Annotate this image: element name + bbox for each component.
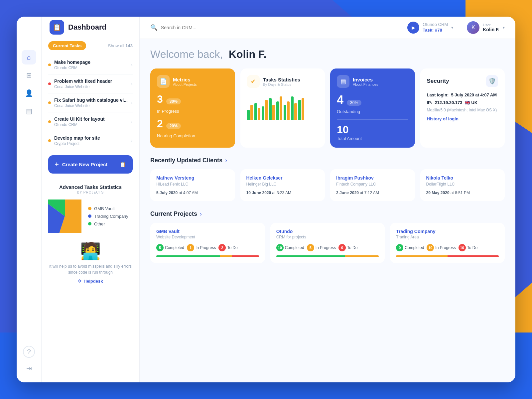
legend-dot-trading bbox=[88, 214, 91, 218]
send-icon: ✈ bbox=[78, 279, 82, 284]
task-chevron-icon: › bbox=[131, 119, 133, 125]
tasks-stats-card: ✔ Tasks Statistics By Days & Status bbox=[240, 68, 325, 148]
metrics-card: 📄 Metrics About Projects 3 30% In Progre… bbox=[150, 68, 235, 148]
legend-dot-gmb bbox=[88, 207, 91, 210]
bar-chart bbox=[247, 93, 319, 120]
header: 🔍 ▶ Otundo CRM Task: #78 ▾ K User bbox=[140, 17, 515, 39]
task-chevron-icon: › bbox=[131, 81, 133, 87]
project-card: Trading Company Trading Area 0 Completed… bbox=[390, 223, 505, 263]
task-dot bbox=[48, 64, 51, 66]
pie-chart bbox=[48, 200, 81, 233]
project-card: GMB Vault Website Development 5 Complete… bbox=[150, 223, 265, 263]
nav-help-icon[interactable]: ? bbox=[23, 346, 35, 358]
tasks-header: Current Tasks Show all 143 bbox=[48, 41, 133, 50]
projects-section-header: Current Projects › bbox=[150, 210, 505, 217]
avatar: K bbox=[467, 21, 479, 34]
progress-bar bbox=[396, 255, 499, 257]
show-all-text[interactable]: Show all 143 bbox=[108, 43, 133, 48]
create-project-button[interactable]: + Create New Project 📋 bbox=[48, 155, 133, 174]
clients-section-header: Recently Updated Clients › bbox=[150, 157, 505, 164]
search-input[interactable] bbox=[161, 25, 283, 30]
chart-legend: GMB Vault Trading Company Other bbox=[88, 206, 128, 226]
clients-section-arrow[interactable]: › bbox=[225, 157, 227, 164]
sidebar-logo: 📋 Dashboard bbox=[42, 17, 139, 41]
tasks-stats-icon: ✔ bbox=[247, 75, 260, 88]
task-dot bbox=[48, 120, 51, 123]
client-card: Mathew Versteng HiLead Fenix LLC 5 July … bbox=[150, 169, 235, 201]
task-badge: ▶ Otundo CRM Task: #78 ▾ bbox=[407, 22, 453, 34]
in-progress-stat: 1 In Progress bbox=[187, 244, 216, 251]
stat-cards-row: 📄 Metrics About Projects 3 30% In Progre… bbox=[150, 68, 505, 148]
todo-stat: 0 To Do bbox=[338, 244, 357, 251]
illustration-graphic: 🧑‍💻 bbox=[48, 241, 133, 261]
helpdesk-link[interactable]: ✈ Helpdesk bbox=[48, 279, 133, 284]
task-chevron-icon: › bbox=[131, 62, 133, 68]
in-progress-stat: 5 In Progress bbox=[307, 244, 336, 251]
task-item[interactable]: Fix Safari bug with catalogue vi... Coca… bbox=[48, 93, 133, 112]
in-progress-stat: 10 In Progress bbox=[427, 244, 456, 251]
client-card: Ibragim Pushkov Fintech Company LLC 2 Ju… bbox=[330, 169, 415, 201]
client-card: Nikola Telko DollarFlight LLC 29 May 202… bbox=[420, 169, 505, 201]
completed-stat: 0 Completed bbox=[396, 244, 424, 251]
task-item[interactable]: Develop map for site Crypto Project › bbox=[48, 131, 133, 150]
completed-stat: 10 Completed bbox=[276, 244, 304, 251]
security-shield-icon: 🛡️ bbox=[486, 75, 498, 87]
logout-icon[interactable]: ⇥ bbox=[22, 361, 36, 376]
client-card: Helken Gelekser Helinger Big LLC 10 June… bbox=[240, 169, 325, 201]
task-dot bbox=[48, 82, 51, 85]
plus-icon: + bbox=[55, 161, 59, 168]
advanced-stats-section: Advanced Tasks Statistics BY PROJECTS bbox=[42, 179, 139, 238]
security-card: Security 🛡️ Last login: 5 July 2020 at 4… bbox=[420, 68, 505, 148]
projects-grid: GMB Vault Website Development 5 Complete… bbox=[150, 223, 505, 263]
invoices-card-icon: ▤ bbox=[337, 75, 349, 88]
legend-item: GMB Vault bbox=[88, 206, 128, 211]
task-chevron-icon: › bbox=[131, 138, 133, 144]
user-info[interactable]: K User Kolin F. ▾ bbox=[467, 21, 505, 34]
play-button[interactable]: ▶ bbox=[407, 22, 419, 34]
task-dot bbox=[48, 101, 51, 104]
search-icon: 🔍 bbox=[150, 24, 158, 31]
task-dot bbox=[48, 139, 51, 142]
task-item[interactable]: Create UI Kit for layout Otundo CRM › bbox=[48, 112, 133, 131]
projects-section-arrow[interactable]: › bbox=[200, 210, 202, 217]
metrics-card-icon: 📄 bbox=[157, 75, 170, 88]
task-dropdown-chevron[interactable]: ▾ bbox=[451, 25, 453, 30]
clients-grid: Mathew Versteng HiLead Fenix LLC 5 July … bbox=[150, 169, 505, 201]
dashboard-body: Welcome back, Kolin F. 📄 Metrics About P… bbox=[140, 39, 515, 382]
nav-pages-icon[interactable]: ⊞ bbox=[22, 68, 36, 82]
progress-bar bbox=[156, 255, 259, 257]
pie-chart-svg bbox=[48, 200, 81, 233]
helpdesk-illustration: 🧑‍💻 It will help us to avoid misspells a… bbox=[42, 238, 139, 284]
task-item[interactable]: Make homepage Otundo CRM › bbox=[48, 56, 133, 74]
completed-stat: 5 Completed bbox=[156, 244, 184, 251]
history-of-login-link[interactable]: History of login bbox=[427, 116, 459, 121]
task-item[interactable]: Problem with fixed header Coca-Juice Web… bbox=[48, 74, 133, 93]
todo-stat: 2 To Do bbox=[218, 244, 237, 251]
app-title: Dashboard bbox=[68, 23, 106, 32]
legend-item: Other bbox=[88, 221, 128, 226]
project-card: Otundo CRM for projects 10 Completed 5 I… bbox=[270, 223, 385, 263]
nav-invoices-icon[interactable]: ▤ bbox=[22, 104, 36, 118]
progress-bar bbox=[276, 255, 379, 257]
current-tasks-badge: Current Tasks bbox=[48, 41, 86, 50]
header-divider bbox=[460, 22, 460, 34]
logo-icon: 📋 bbox=[50, 20, 64, 35]
todo-stat: 10 To Do bbox=[459, 244, 477, 251]
invoices-card: ▤ Invoices About Finances 4 30% Outstand… bbox=[330, 68, 415, 148]
welcome-text: Welcome back, Kolin F. bbox=[150, 48, 505, 61]
nav-contacts-icon[interactable]: 👤 bbox=[22, 86, 36, 100]
legend-dot-other bbox=[88, 222, 91, 225]
nav-home-icon[interactable]: ⌂ bbox=[22, 50, 36, 65]
legend-item: Trading Company bbox=[88, 214, 128, 219]
search-bar: 🔍 bbox=[150, 24, 283, 31]
project-icon: 📋 bbox=[120, 162, 126, 168]
svg-point-2 bbox=[50, 201, 79, 231]
task-chevron-icon: › bbox=[131, 100, 133, 106]
user-dropdown-chevron[interactable]: ▾ bbox=[503, 25, 505, 30]
